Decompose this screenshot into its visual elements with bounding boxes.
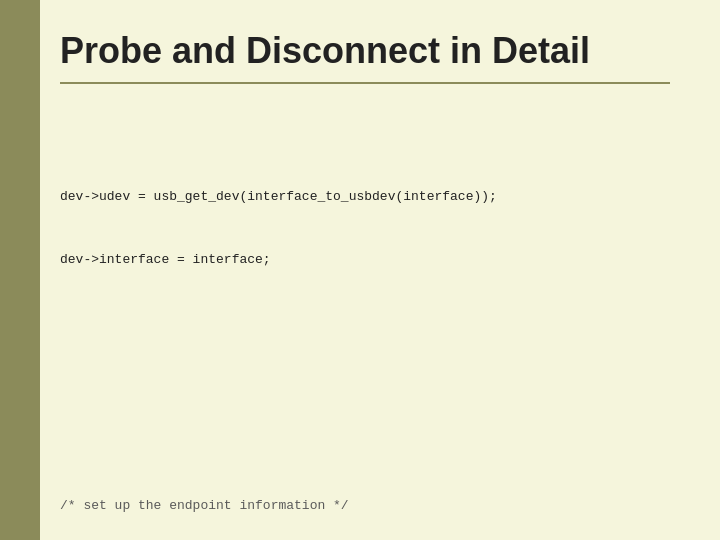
code-line-2: dev->interface = interface; bbox=[60, 250, 670, 271]
code-line-1: dev->udev = usb_get_dev(interface_to_usb… bbox=[60, 187, 670, 208]
code-section-1: dev->udev = usb_get_dev(interface_to_usb… bbox=[60, 146, 670, 312]
code-comment-1: /* set up the endpoint information */ bbox=[60, 496, 670, 517]
slide: Probe and Disconnect in Detail dev->udev… bbox=[0, 0, 720, 540]
code-block: dev->udev = usb_get_dev(interface_to_usb… bbox=[60, 104, 670, 540]
slide-title: Probe and Disconnect in Detail bbox=[60, 30, 670, 72]
title-underline bbox=[60, 82, 670, 84]
left-bar bbox=[0, 0, 40, 540]
code-section-2: /* set up the endpoint information */ /*… bbox=[60, 455, 670, 540]
